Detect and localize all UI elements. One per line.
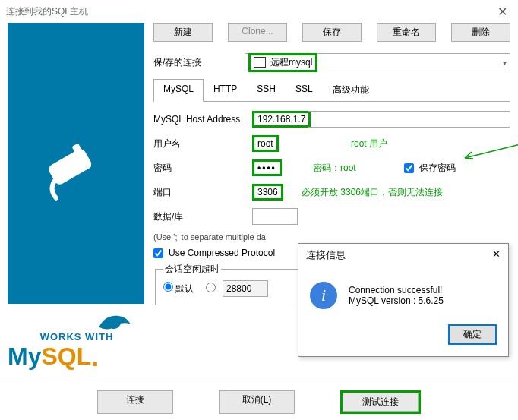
- delete-button[interactable]: 删除: [451, 23, 510, 42]
- idle-sec-input[interactable]: [223, 280, 268, 297]
- new-button[interactable]: 新建: [153, 23, 213, 42]
- mysql-logo: WORKS WITH MySQL.: [8, 308, 146, 371]
- user-label: 用户名: [153, 137, 252, 150]
- chevron-down-icon: ▾: [503, 58, 507, 67]
- idle-default-radio[interactable]: 默认: [163, 282, 194, 295]
- clone-button[interactable]: Clone...: [228, 23, 287, 42]
- popup-close-icon[interactable]: ✕: [492, 248, 501, 262]
- connection-icon: [254, 57, 266, 68]
- cancel-button[interactable]: 取消(L): [219, 390, 295, 414]
- rename-button[interactable]: 重命名: [377, 23, 436, 42]
- hero-image: [8, 23, 144, 304]
- popup-ok-button[interactable]: 确定: [448, 324, 497, 345]
- popup-title: 连接信息: [306, 248, 346, 262]
- saved-label: 保/存的连接: [153, 56, 245, 69]
- info-icon: i: [310, 282, 337, 309]
- close-icon[interactable]: ✕: [493, 5, 512, 19]
- savepwd-checkbox[interactable]: 保存密码: [404, 162, 456, 175]
- tab-http[interactable]: HTTP: [204, 79, 247, 101]
- user-input[interactable]: root: [257, 138, 273, 149]
- save-button[interactable]: 保存: [302, 23, 362, 42]
- test-connection-button[interactable]: 测试连接: [343, 393, 419, 412]
- popup-msg1: Connection successful!: [349, 285, 444, 295]
- host-label: MySQL Host Address: [153, 114, 252, 125]
- connection-info-dialog: 连接信息 ✕ i Connection successful! MySQL ve…: [298, 243, 509, 357]
- saved-connection-combo[interactable]: 远程mysql ▾: [245, 53, 510, 71]
- idle-legend: 会话空闲超时: [163, 263, 221, 276]
- tab-advanced[interactable]: 高级功能: [323, 79, 379, 101]
- window-title: 连接到我的SQL主机: [6, 5, 88, 18]
- connect-button[interactable]: 连接: [97, 390, 173, 414]
- pwd-label: 密码: [153, 162, 252, 175]
- popup-msg2: MySQL version : 5.6.25: [349, 295, 444, 306]
- separator-note: (Use ';' to separate multiple da: [153, 232, 510, 242]
- tab-ssh[interactable]: SSH: [247, 79, 286, 101]
- port-label: 端口: [153, 186, 252, 199]
- host-input[interactable]: 192.168.1.7: [257, 114, 305, 125]
- idle-sec-radio[interactable]: [206, 283, 218, 295]
- port-input[interactable]: 3306: [257, 187, 278, 197]
- idle-fieldset: 会话空闲超时 默认: [155, 263, 314, 305]
- tab-mysql[interactable]: MySQL: [153, 79, 204, 102]
- anno-user: root 用户: [351, 137, 387, 150]
- saved-value: 远程mysql: [270, 56, 312, 69]
- db-input[interactable]: [252, 208, 298, 225]
- db-label: 数据/库: [153, 210, 252, 223]
- anno-pwd: 密码：root: [313, 162, 356, 175]
- pwd-input[interactable]: ••••: [257, 163, 276, 173]
- anno-port: 必须开放 3306端口，否则无法连接: [302, 186, 443, 199]
- host-input-ext[interactable]: [308, 111, 510, 128]
- tab-ssl[interactable]: SSL: [286, 79, 323, 101]
